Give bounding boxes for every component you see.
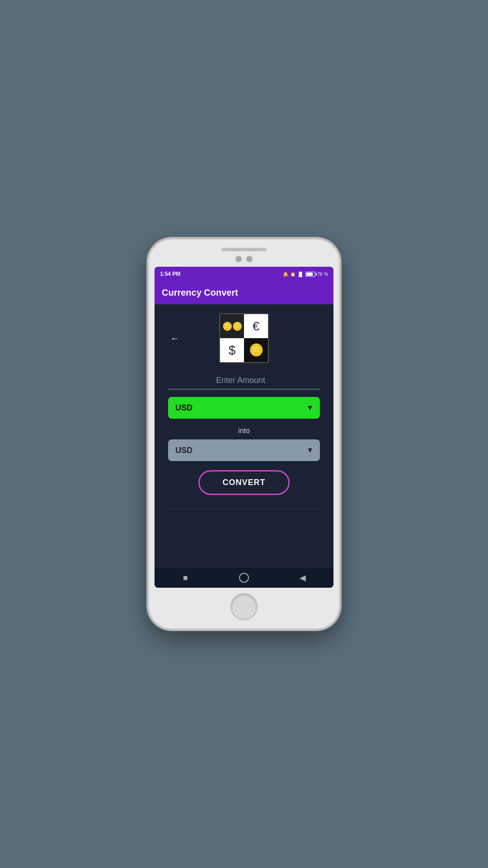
front-sensor	[246, 256, 253, 262]
from-currency-select[interactable]: USD EUR GBP JPY CAD AUD CHF CNY	[168, 397, 320, 419]
grid-cell-coins: 🪙🪙	[220, 314, 244, 338]
front-camera	[235, 256, 242, 262]
from-currency-dropdown[interactable]: USD EUR GBP JPY CAD AUD CHF CNY ▼	[168, 397, 320, 419]
back-nav-button[interactable]: ◀	[295, 570, 311, 586]
app-title: Currency Convert	[162, 288, 238, 297]
phone-screen: 1:54 PM 🔔 ⏰ ▐▌ 79 % Currency Convert ←	[155, 267, 333, 588]
main-content: ← 🪙🪙 € $ 🪙 USD EUR GBP JPY	[155, 304, 333, 568]
alarm-icon: ⏰	[290, 272, 296, 277]
mute-icon: 🔔	[283, 272, 288, 277]
battery-pct: 79	[317, 272, 322, 277]
phone-cameras	[235, 256, 253, 262]
status-icons: 🔔 ⏰ ▐▌ 79 %	[283, 272, 328, 277]
physical-home-button[interactable]	[230, 593, 258, 620]
into-label: into	[238, 427, 250, 435]
phone-speaker	[221, 248, 267, 251]
to-currency-dropdown[interactable]: USD EUR GBP JPY CAD AUD CHF CNY ▼	[168, 439, 320, 461]
grid-cell-euro: €	[244, 314, 268, 338]
phone-bottom	[230, 593, 258, 620]
grid-cell-dollar: $	[220, 338, 244, 362]
convert-button[interactable]: CONVERT	[198, 470, 289, 495]
battery-fill	[306, 273, 313, 276]
currency-icon-grid: 🪙🪙 € $ 🪙	[219, 313, 269, 363]
status-time: 1:54 PM	[160, 271, 180, 277]
status-bar: 1:54 PM 🔔 ⏰ ▐▌ 79 %	[155, 267, 333, 281]
grid-cell-gold-coin: 🪙	[244, 338, 268, 362]
signal-icon: ▐▌	[297, 272, 304, 277]
amount-input-wrap	[168, 372, 320, 390]
divider	[168, 509, 320, 509]
phone-outer: 1:54 PM 🔔 ⏰ ▐▌ 79 % Currency Convert ←	[149, 240, 339, 628]
amount-input[interactable]	[168, 372, 320, 390]
to-currency-select[interactable]: USD EUR GBP JPY CAD AUD CHF CNY	[168, 439, 320, 461]
stop-button[interactable]: ■	[177, 570, 193, 586]
home-button[interactable]	[239, 573, 249, 583]
battery-icon	[305, 272, 315, 277]
back-button[interactable]: ←	[168, 331, 182, 346]
top-row: ← 🪙🪙 € $ 🪙	[168, 313, 320, 363]
app-bar: Currency Convert	[155, 281, 333, 304]
bottom-nav: ■ ◀	[155, 568, 333, 588]
